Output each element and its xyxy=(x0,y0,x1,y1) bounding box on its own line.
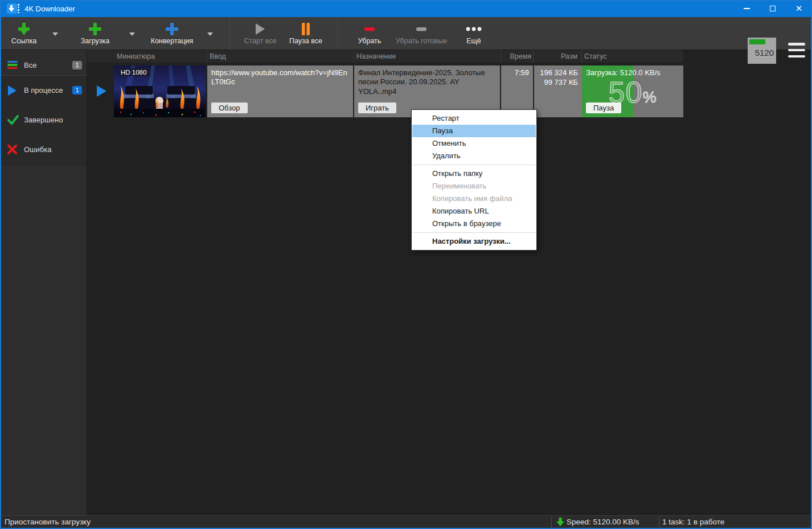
pause-all-button[interactable]: Пауза все xyxy=(284,17,327,50)
pause-icon xyxy=(301,21,311,36)
remove-button[interactable]: Убрать xyxy=(348,17,391,50)
titlebar: 4K Downloader ✕ xyxy=(0,0,812,17)
sidebar-item-label: Все xyxy=(24,61,36,69)
plus-icon-green xyxy=(88,21,102,36)
play-icon-disabled xyxy=(255,21,266,36)
size-cell: 196 324 КБ 99 737 КБ xyxy=(534,65,582,117)
minus-icon-disabled xyxy=(414,21,429,36)
column-header-status[interactable]: Статус xyxy=(581,50,683,63)
duration-value: 7:59 xyxy=(501,65,533,81)
toolbar-divider xyxy=(338,17,338,50)
speed-meter[interactable]: 5120 xyxy=(748,38,776,64)
download-speed-icon xyxy=(556,518,564,527)
add-download-label: Загрузка xyxy=(81,37,110,45)
menu-item-cancel[interactable]: Отменить xyxy=(412,137,536,150)
sidebar-filter-group: В процессе 1 Завершено Ошибка xyxy=(0,75,87,165)
menu-item-rename: Переименовать xyxy=(412,180,536,192)
menu-item-pause[interactable]: Пауза xyxy=(412,125,536,137)
menu-item-copy-url[interactable]: Копировать URL xyxy=(412,205,536,218)
statusbar-divider xyxy=(551,517,552,527)
start-all-label: Старт все xyxy=(244,37,276,45)
column-header-input[interactable]: Ввод xyxy=(207,50,353,63)
chevron-down-icon xyxy=(207,32,213,36)
sidebar-item-error[interactable]: Ошибка xyxy=(0,134,87,164)
column-header-thumbnail[interactable]: Миниатюра xyxy=(114,50,155,63)
in-progress-play-icon xyxy=(7,85,19,96)
error-x-icon xyxy=(7,145,19,154)
menu-item-download-settings[interactable]: Настройки загрузки... xyxy=(412,235,536,248)
menu-item-delete[interactable]: Удалить xyxy=(412,150,536,162)
menu-item-copy-filename: Копировать имя файла xyxy=(412,192,536,205)
menu-separator xyxy=(413,232,535,233)
count-badge: 1 xyxy=(72,86,82,95)
close-button[interactable]: ✕ xyxy=(786,0,812,17)
destination-filename: Финал Интервидение-2025. Золотые песни Р… xyxy=(354,65,500,99)
add-link-button[interactable]: Ссылка xyxy=(2,17,46,50)
speed-graph-bar xyxy=(749,39,765,44)
input-cell: https://www.youtube.com/watch?v=jN9EnLT0… xyxy=(207,65,353,117)
window-title: 4K Downloader xyxy=(24,5,75,13)
add-download-button[interactable]: Загрузка xyxy=(73,17,117,50)
app-icon xyxy=(7,3,17,14)
minimize-button[interactable] xyxy=(733,0,760,17)
chevron-down-icon xyxy=(129,32,135,36)
sidebar: Все 1 В процессе 1 Завершено О xyxy=(0,50,87,515)
sidebar-item-label: Ошибка xyxy=(24,145,51,154)
sidebar-item-all[interactable]: Все 1 xyxy=(0,54,87,76)
add-conversion-button[interactable]: Конвертация xyxy=(145,17,199,50)
app-window: 4K Downloader ✕ Ссылка Загрузка xyxy=(0,0,812,529)
count-badge: 1 xyxy=(72,61,82,69)
sidebar-item-label: Завершено xyxy=(24,116,63,124)
speed-meter-value: 5120 xyxy=(748,48,774,58)
add-download-dropdown-caret[interactable] xyxy=(128,31,137,38)
close-icon: ✕ xyxy=(795,5,803,13)
maximize-icon xyxy=(770,6,776,11)
play-file-button[interactable]: Играть xyxy=(358,102,396,113)
status-bar: Приостановить загрузку Speed: 5120.00 KB… xyxy=(0,515,812,529)
source-url: https://www.youtube.com/watch?v=jN9EnLT0… xyxy=(207,65,353,90)
column-header-destination[interactable]: Назначение xyxy=(354,50,501,63)
plus-down-arrow-icon xyxy=(17,21,31,36)
sidebar-item-completed[interactable]: Завершено xyxy=(0,105,87,135)
context-menu: Рестарт Пауза Отменить Удалить Открыть п… xyxy=(411,109,537,251)
checkmark-icon xyxy=(7,115,19,125)
more-button[interactable]: Ещё xyxy=(452,17,495,50)
more-label: Ещё xyxy=(466,37,481,45)
status-speed: Speed: 5120.00 KB/s xyxy=(567,516,639,528)
status-cell: Загрузка: 5120.0 KB/s 50% Пауза xyxy=(582,65,683,117)
chevron-down-icon xyxy=(52,32,58,36)
main-menu-button[interactable] xyxy=(788,43,805,58)
remove-completed-button: Убрать готовые xyxy=(391,17,452,50)
plus-icon-blue xyxy=(165,21,179,36)
all-filter-icon xyxy=(7,60,19,69)
sidebar-item-label: В процессе xyxy=(24,86,63,95)
size-total: 196 324 КБ xyxy=(538,68,578,78)
menu-item-restart[interactable]: Рестарт xyxy=(412,112,536,125)
size-downloaded: 99 737 КБ xyxy=(538,78,578,88)
status-tasks: 1 task: 1 в работе xyxy=(662,516,724,528)
add-link-dropdown-caret[interactable] xyxy=(51,31,60,38)
sidebar-item-in-progress[interactable]: В процессе 1 xyxy=(0,76,87,105)
menu-item-open-folder[interactable]: Открыть папку xyxy=(412,167,536,180)
menu-separator xyxy=(413,165,535,165)
status-hint: Приостановить загрузку xyxy=(5,516,91,528)
column-header-time[interactable]: Время xyxy=(501,50,533,63)
hamburger-icon xyxy=(788,43,805,46)
column-header-size[interactable]: Разм xyxy=(533,50,581,63)
menu-item-open-in-browser[interactable]: Открыть в браузере xyxy=(412,218,536,230)
add-conversion-dropdown-caret[interactable] xyxy=(206,31,215,38)
pause-row-button[interactable]: Пауза xyxy=(586,102,621,113)
pause-all-label: Пауза все xyxy=(289,37,322,45)
add-link-label: Ссылка xyxy=(11,37,36,45)
remove-label: Убрать xyxy=(358,37,382,45)
remove-completed-label: Убрать готовые xyxy=(396,37,447,45)
minus-icon-red xyxy=(362,21,377,36)
download-row[interactable]: HD 1080 https://www.youtube.com/watch?v=… xyxy=(87,65,683,117)
browse-button[interactable]: Обзор xyxy=(211,102,248,113)
table-header: Миниатюра Ввод Назначение Время Разм Ста… xyxy=(87,50,683,63)
toolbar: Ссылка Загрузка Конвертация xyxy=(0,17,812,50)
statusbar-divider xyxy=(659,517,659,527)
start-all-button: Старт все xyxy=(239,17,282,50)
maximize-button[interactable] xyxy=(760,0,786,17)
add-conversion-label: Конвертация xyxy=(151,37,194,45)
